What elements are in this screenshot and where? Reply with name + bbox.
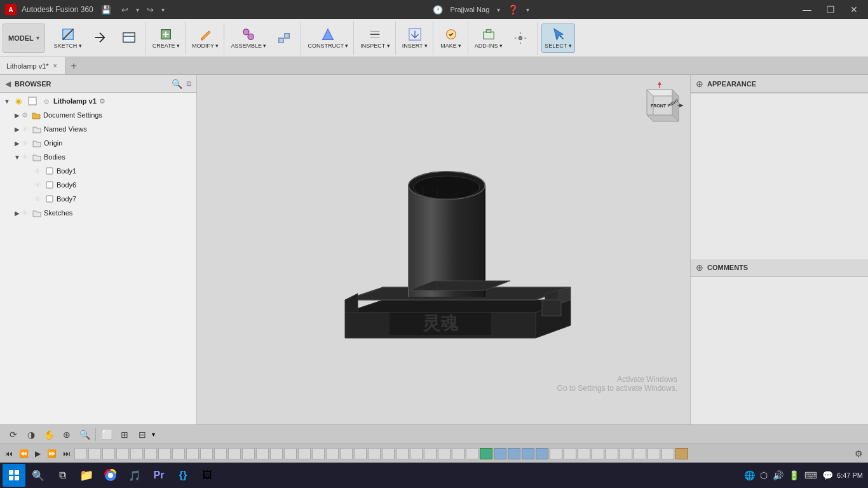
undo-icon[interactable]: ↩	[119, 4, 131, 16]
network-icon[interactable]: 🌐	[743, 469, 756, 482]
anim-frame[interactable]	[466, 448, 478, 459]
file-explorer-btn[interactable]: 📁	[75, 464, 98, 487]
save-icon[interactable]: 💾	[98, 4, 114, 16]
user-name[interactable]: Prajjwal Nag	[451, 6, 490, 13]
create-btn[interactable]: CREATE ▾	[150, 24, 182, 53]
modify-btn[interactable]: MODIFY ▾	[189, 24, 221, 53]
anim-frame[interactable]	[354, 448, 367, 459]
anim-frame[interactable]	[410, 448, 423, 459]
history-icon[interactable]: 🕐	[433, 5, 443, 15]
select-btn[interactable]: SELECT ▾	[541, 24, 574, 53]
anim-frame[interactable]	[312, 448, 325, 459]
bluetooth-icon[interactable]: ⬡	[759, 469, 769, 482]
anim-frame[interactable]	[200, 448, 213, 459]
anim-prev-frame[interactable]: ⏪	[17, 448, 31, 459]
anim-frame[interactable]	[648, 448, 660, 459]
anim-frame[interactable]	[675, 448, 688, 459]
task-view-btn[interactable]: ⧉	[51, 464, 74, 487]
make-btn[interactable]: MAKE ▾	[437, 24, 465, 53]
anim-frame[interactable]	[116, 448, 129, 459]
anim-frame[interactable]	[578, 448, 590, 459]
anim-frame[interactable]	[661, 448, 674, 459]
redo-arrow[interactable]: ▾	[161, 6, 165, 13]
user-arrow[interactable]: ▾	[497, 6, 500, 13]
bodies-eye[interactable]: 👁	[22, 153, 29, 161]
start-btn[interactable]	[3, 464, 25, 487]
anim-frame[interactable]	[564, 448, 576, 459]
battery-icon[interactable]: 🔋	[787, 469, 801, 482]
anim-play[interactable]: ▶	[32, 448, 43, 459]
anim-frame[interactable]	[242, 448, 255, 459]
anim-frame[interactable]	[158, 448, 171, 459]
assemble2-btn[interactable]	[270, 24, 298, 53]
anim-frame[interactable]	[634, 448, 646, 459]
fit-btn[interactable]: 🔍	[76, 428, 93, 442]
sketch-btn[interactable]: SKETCH ▾	[51, 24, 85, 53]
tree-body7[interactable]: 👁 Body7	[0, 192, 196, 206]
root-gear-icon[interactable]: ⚙	[99, 97, 105, 105]
anim-frame[interactable]	[494, 448, 506, 459]
tree-bodies[interactable]: ▼ 👁 Bodies	[0, 150, 196, 164]
look-btn[interactable]: ◑	[23, 428, 39, 442]
sketches-toggle[interactable]: ▶	[13, 210, 22, 217]
anim-settings-btn[interactable]: ⚙	[852, 447, 865, 460]
mode-selector[interactable]: MODEL ▾	[3, 24, 45, 53]
anim-next-end[interactable]: ⏭	[60, 448, 73, 459]
speakers-icon[interactable]: 🔊	[771, 469, 785, 482]
project-btn[interactable]	[115, 24, 143, 53]
anim-frame[interactable]	[270, 448, 283, 459]
anim-frame[interactable]	[508, 448, 520, 459]
browser-search-btn[interactable]: 🔍	[172, 79, 182, 89]
addins-settings-btn[interactable]	[506, 24, 534, 53]
origin-toggle[interactable]: ▶	[13, 140, 22, 147]
anim-frame[interactable]	[592, 448, 604, 459]
construct-btn[interactable]: CONSTRUCT ▾	[305, 24, 351, 53]
anim-frame[interactable]	[186, 448, 199, 459]
photos-btn[interactable]: 🖼	[196, 464, 219, 487]
anim-frame[interactable]	[438, 448, 451, 459]
help-icon[interactable]: ❓	[508, 4, 519, 15]
addins-btn[interactable]: ADD-INS ▾	[472, 24, 506, 53]
browser-back-btn[interactable]: ◀	[5, 79, 11, 88]
tree-named-views[interactable]: ▶ 👁 Named Views	[0, 122, 196, 136]
premiere-btn[interactable]: Pr	[147, 464, 170, 487]
anim-frame[interactable]	[368, 448, 381, 459]
chrome-btn[interactable]	[99, 464, 122, 487]
anim-frame[interactable]	[88, 448, 101, 459]
tree-origin[interactable]: ▶ 👁 Origin	[0, 136, 196, 150]
display-arrow[interactable]: ▾	[152, 431, 155, 438]
tree-root[interactable]: ▼ ◉ ⊙ Litholamp v1 ⚙	[0, 94, 196, 108]
grid-btn[interactable]: ⊞	[116, 428, 133, 442]
anim-frame[interactable]	[172, 448, 185, 459]
anim-frame[interactable]	[214, 448, 227, 459]
anim-frame[interactable]	[424, 448, 437, 459]
view-select-btn[interactable]: ⬜	[98, 428, 115, 442]
anim-frame-active[interactable]	[480, 448, 492, 459]
zoom-btn[interactable]: ⊕	[58, 428, 75, 442]
appearance-header[interactable]: ⊕ APPEARANCE	[691, 75, 868, 93]
doc-settings-toggle[interactable]: ▶	[13, 112, 22, 119]
undo-arrow[interactable]: ▾	[136, 6, 139, 13]
visibility-icon[interactable]: ◉	[13, 96, 24, 106]
orbit-btn[interactable]: ⟳	[5, 428, 22, 442]
brackets-btn[interactable]: {}	[172, 464, 194, 487]
active-tab[interactable]: Litholamp v1* ×	[0, 57, 66, 74]
anim-frame[interactable]	[536, 448, 548, 459]
notification-icon[interactable]: 💬	[821, 469, 834, 482]
maximize-btn[interactable]: ❐	[822, 3, 840, 16]
anim-frame[interactable]	[74, 448, 87, 459]
sketches-eye[interactable]: 👁	[22, 209, 29, 217]
anim-frame[interactable]	[144, 448, 157, 459]
origin-eye[interactable]: 👁	[22, 139, 29, 147]
help-arrow[interactable]: ▾	[526, 6, 529, 13]
bodies-toggle[interactable]: ▼	[13, 154, 22, 161]
anim-frame[interactable]	[326, 448, 339, 459]
root-toggle[interactable]: ▼	[3, 98, 11, 105]
anim-next-frame[interactable]: ⏩	[44, 448, 59, 459]
anim-frame[interactable]	[620, 448, 632, 459]
named-views-toggle[interactable]: ▶	[13, 126, 22, 133]
anim-frame[interactable]	[550, 448, 562, 459]
anim-frame[interactable]	[340, 448, 353, 459]
named-views-eye[interactable]: 👁	[22, 125, 29, 133]
anim-prev-start[interactable]: ⏮	[3, 448, 15, 459]
